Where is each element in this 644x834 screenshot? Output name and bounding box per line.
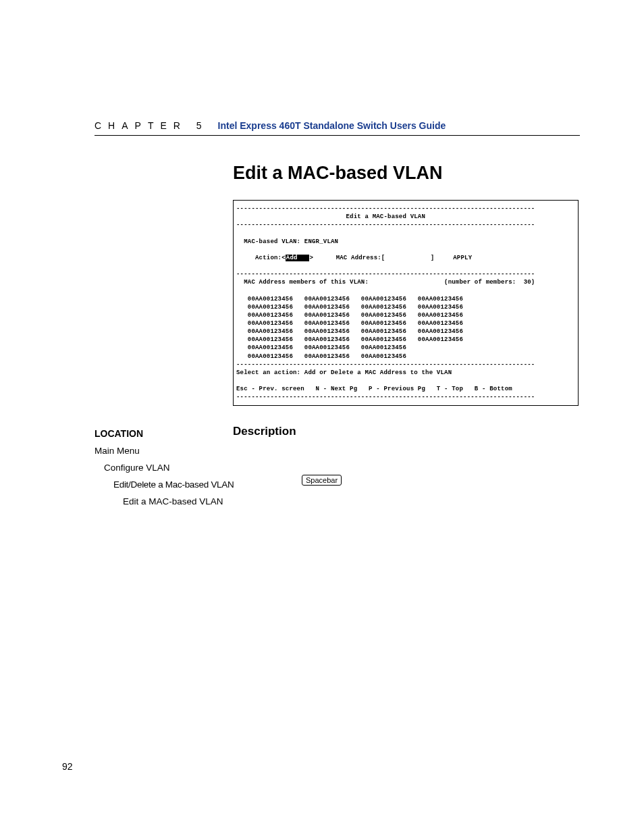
page-number: 92 <box>62 761 73 772</box>
location-level-2: Configure VLAN <box>104 460 234 477</box>
page-header: CHAPTER 5 Intel Express 460T Standalone … <box>95 120 580 136</box>
guide-title: Intel Express 460T Standalone Switch Use… <box>218 120 446 131</box>
description-heading: Description <box>233 425 580 438</box>
location-level-1: Main Menu <box>95 443 234 460</box>
location-level-4: Edit a MAC-based VLAN <box>123 494 234 511</box>
location-level-3: Edit/Delete a Mac-based VLAN <box>113 477 234 494</box>
spacebar-key-icon: Spacebar <box>302 475 342 486</box>
location-heading: LOCATION <box>95 428 143 439</box>
page-title: Edit a MAC-based VLAN <box>233 163 580 184</box>
terminal-screenshot: ----------------------------------------… <box>233 200 579 406</box>
chapter-label: CHAPTER 5 <box>95 120 209 131</box>
location-breadcrumb: Main Menu Configure VLAN Edit/Delete a M… <box>95 443 234 511</box>
